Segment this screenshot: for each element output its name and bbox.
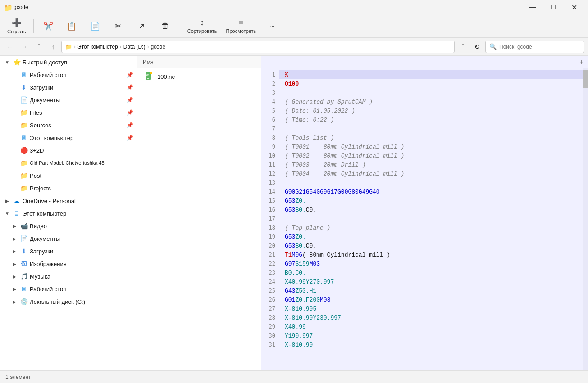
pin-icon-pc: 📌 <box>127 135 133 141</box>
breadcrumb-this-pc[interactable]: Этот компьютер <box>77 44 118 50</box>
desktop-icon: 🖥 <box>20 71 28 79</box>
dropdown-button[interactable]: ˅ <box>32 41 45 53</box>
sidebar-item-documents[interactable]: 📄 Документы 📌 <box>0 94 137 106</box>
sidebar-item-desktop2[interactable]: ▶ 🖥 Рабочий стол <box>0 283 137 295</box>
view-button[interactable]: ≡ Просмотреть <box>223 16 260 36</box>
search-bar[interactable]: 🔍 <box>485 41 584 53</box>
pin-icon-downloads: 📌 <box>127 84 133 90</box>
more-button[interactable]: ··· <box>261 16 283 36</box>
name-column-header: Имя <box>143 59 153 65</box>
copy-button[interactable]: 📋 <box>61 16 82 36</box>
line-number-9: 9 <box>261 142 279 151</box>
projects-folder-icon: 📁 <box>20 184 28 192</box>
code-line-14: G90G21G54G69G17G00G80G49G40 <box>279 187 583 196</box>
pin-icon-documents: 📌 <box>127 97 133 103</box>
sidebar-item-video[interactable]: ▶ 📹 Видео <box>0 220 137 232</box>
sidebar-item-3plus2d[interactable]: 🔴 3+2D <box>0 144 137 157</box>
sidebar-item-this-pc[interactable]: ▼ 🖥 Этот компьютер <box>0 207 137 220</box>
expand-onedrive-icon: ▶ <box>4 197 11 204</box>
pc-icon-quick: 🖥 <box>20 134 28 142</box>
sources-label: Sources <box>30 122 125 129</box>
code-line-21: T1M06( 80mm Cylindrical mill ) <box>279 250 583 259</box>
svg-rect-3 <box>150 72 152 74</box>
sidebar-item-files[interactable]: 📁 Files 📌 <box>0 106 137 119</box>
delete-button[interactable]: 🗑 <box>155 16 176 36</box>
code-line-25: G43Z50.H1 <box>279 286 583 295</box>
code-line-23: B0.C0. <box>279 268 583 277</box>
sort-button[interactable]: ↕ Сортировать <box>184 16 221 36</box>
breadcrumb-gcode[interactable]: gcode <box>150 44 165 50</box>
sidebar-item-sources[interactable]: 📁 Sources 📌 <box>0 119 137 131</box>
code-line-9: ( T0001 80mm Cylindrical mill ) <box>279 142 583 151</box>
code-scrollbar[interactable] <box>583 68 588 370</box>
file-name-100nc: 100.nc <box>157 73 175 80</box>
code-content: 1234567891011121314151617181920212223242… <box>261 68 588 370</box>
sidebar-item-images[interactable]: ▶ 🖼 Изображения <box>0 257 137 270</box>
file-item-100nc[interactable]: NC 100.nc <box>137 70 261 83</box>
minimize-button[interactable]: — <box>522 0 543 14</box>
desktop2-icon: 🖥 <box>20 285 28 293</box>
code-line-5: ( Date: 01.05.2022 ) <box>279 106 583 115</box>
sidebar-item-docs2[interactable]: ▶ 📄 Документы <box>0 232 137 245</box>
code-scrollbar-thumb[interactable] <box>583 70 588 88</box>
search-icon: 🔍 <box>489 43 497 50</box>
refresh-button[interactable]: ↻ <box>471 41 483 53</box>
sidebar-item-old-part[interactable]: 📁 Old Part Model. Chetvertushka 45 <box>0 157 137 169</box>
svg-rect-2 <box>147 78 149 79</box>
images-icon: 🖼 <box>20 260 28 268</box>
statusbar-text: 1 элемент <box>5 374 31 380</box>
sidebar-item-music[interactable]: ▶ 🎵 Музыка <box>0 270 137 283</box>
code-line-28: X-810.99Y230.997 <box>279 313 583 322</box>
code-line-30: Y190.997 <box>279 331 583 340</box>
breadcrumb-data-d[interactable]: Data (D:) <box>123 44 146 50</box>
view-icon: ≡ <box>239 18 244 27</box>
maximize-button[interactable]: □ <box>543 0 564 14</box>
move-button[interactable]: ✂ <box>108 16 129 36</box>
forward-button[interactable]: → <box>18 41 31 53</box>
code-line-31: X-810.99 <box>279 340 583 349</box>
old-part-folder-icon: 📁 <box>20 159 28 167</box>
create-icon: ➕ <box>12 18 22 28</box>
desktop2-label: Рабочий стол <box>30 286 133 293</box>
line-number-10: 10 <box>261 151 279 160</box>
sidebar-item-onedrive[interactable]: ▶ ☁ OneDrive - Personal <box>0 194 137 207</box>
create-button[interactable]: ➕ Создать <box>4 16 30 36</box>
line-number-6: 6 <box>261 115 279 124</box>
local-disk-icon: 💿 <box>20 297 28 306</box>
downloads2-icon: ⬇ <box>20 247 28 255</box>
code-line-15: G53Z0. <box>279 196 583 205</box>
up-button[interactable]: ↑ <box>47 41 59 53</box>
back-button[interactable]: ← <box>4 41 16 53</box>
close-button[interactable]: ✕ <box>564 0 584 14</box>
threeplusd-icon: 🔴 <box>20 146 28 154</box>
docs2-label: Документы <box>30 235 133 242</box>
sort-icon: ↕ <box>200 18 204 27</box>
cut-button[interactable]: ✂️ <box>37 16 59 36</box>
sidebar-scroll[interactable]: ▼ ⭐ Быстрый доступ 🖥 Рабочий стол 📌 ⬇ За… <box>0 56 137 370</box>
sidebar-item-downloads[interactable]: ⬇ Загрузки 📌 <box>0 81 137 94</box>
dropdown-path-button[interactable]: ˅ <box>456 41 469 53</box>
titlebar-left: 📁 gcode <box>4 4 28 11</box>
code-line-1: % <box>279 70 583 79</box>
paste-button[interactable]: 📄 <box>84 16 106 36</box>
sidebar-item-local-disk[interactable]: ▶ 💿 Локальный диск (C:) <box>0 295 137 308</box>
sidebar-item-downloads2[interactable]: ▶ ⬇ Загрузки <box>0 245 137 257</box>
code-line-16: G53B0.C0. <box>279 205 583 214</box>
sidebar-item-desktop[interactable]: 🖥 Рабочий стол 📌 <box>0 68 137 81</box>
sidebar-item-this-pc-quick[interactable]: 🖥 Этот компьютер 📌 <box>0 131 137 144</box>
documents-label: Документы <box>30 97 125 104</box>
code-add-button[interactable]: + <box>575 56 588 68</box>
sidebar-item-projects[interactable]: 📁 Projects <box>0 182 137 194</box>
sidebar-item-quick-access[interactable]: ▼ ⭐ Быстрый доступ <box>0 56 137 68</box>
share-button[interactable]: ↗ <box>131 16 153 36</box>
download-icon: ⬇ <box>20 83 28 91</box>
sidebar-item-post[interactable]: 📁 Post <box>0 169 137 182</box>
breadcrumb-sep-1: › <box>74 44 76 50</box>
expand-music-icon: ▶ <box>11 273 18 280</box>
breadcrumb[interactable]: 📁 › Этот компьютер › Data (D:) › gcode <box>61 41 455 53</box>
toolbar-separator-2 <box>180 19 180 33</box>
this-pc-quick-label: Этот компьютер <box>30 135 125 141</box>
line-number-5: 5 <box>261 106 279 115</box>
search-input[interactable] <box>499 44 580 50</box>
code-line-27: X-810.995 <box>279 304 583 313</box>
